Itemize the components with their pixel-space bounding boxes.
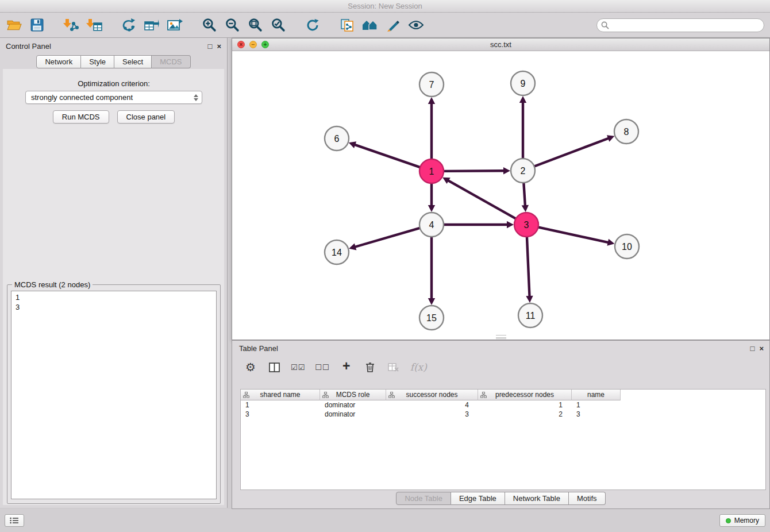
network-canvas[interactable]: 7968124314101511: [232, 51, 769, 340]
tab-network[interactable]: Network: [36, 55, 81, 68]
save-session-icon[interactable]: [26, 15, 47, 36]
close-panel-icon[interactable]: ×: [217, 43, 221, 50]
column-header-successor-nodes[interactable]: successor nodes: [386, 390, 478, 400]
column-header-name[interactable]: name: [572, 390, 621, 400]
float-panel-icon[interactable]: □: [208, 43, 213, 50]
column-header-shared-name[interactable]: shared name: [241, 390, 320, 400]
memory-button[interactable]: Memory: [719, 514, 765, 527]
main-toolbar: [0, 13, 770, 38]
column-type-icon: [322, 392, 329, 398]
table-settings-icon[interactable]: ⚙: [244, 360, 257, 375]
window-zoom-button[interactable]: +: [261, 41, 269, 48]
mcds-result-groupbox: MCDS result (2 nodes) 1 3: [7, 284, 221, 504]
deselect-all-icon[interactable]: ☐☐: [315, 360, 329, 375]
tab-node-table[interactable]: Node Table: [396, 492, 451, 505]
resize-handle[interactable]: [496, 335, 506, 339]
network-graph[interactable]: 7968124314101511: [232, 51, 769, 340]
open-session-icon[interactable]: [3, 15, 24, 36]
graph-edge-2-8[interactable]: [535, 138, 609, 166]
close-panel-button[interactable]: Close panel: [117, 110, 175, 124]
graph-edge-2-3[interactable]: [523, 183, 525, 205]
add-column-icon[interactable]: +: [340, 359, 353, 374]
graph-edge-3-10[interactable]: [538, 228, 607, 242]
column-header-predecessor-nodes[interactable]: predecessor nodes: [478, 390, 572, 400]
tab-mcds[interactable]: MCDS: [152, 55, 190, 68]
table-panel: Table Panel □ × ⚙ ☑☑ ☐☐ +: [232, 340, 770, 509]
tab-edge-table[interactable]: Edge Table: [451, 492, 505, 505]
graph-node-label: 15: [426, 313, 437, 323]
cell-predecessor-nodes[interactable]: 1: [478, 401, 572, 409]
window-minimize-button[interactable]: −: [249, 41, 257, 48]
tab-network-table[interactable]: Network Table: [505, 492, 569, 505]
cell-shared-name[interactable]: 1: [241, 401, 320, 409]
graph-node-label: 11: [526, 311, 536, 321]
control-panel-tabs: Network Style Select MCDS: [0, 55, 227, 68]
criterion-dropdown-value: strongly connected component: [31, 93, 194, 102]
table-row[interactable]: 3 dominator 3 2 3: [241, 410, 765, 419]
mcds-result-item[interactable]: 1: [11, 292, 216, 302]
float-panel-icon[interactable]: □: [750, 345, 755, 352]
search-input[interactable]: [596, 18, 764, 32]
refresh-view-icon[interactable]: [302, 15, 323, 36]
cell-name[interactable]: 1: [572, 401, 621, 409]
control-panel-title: Control Panel: [6, 42, 51, 51]
cell-name[interactable]: 3: [572, 410, 621, 418]
zoom-fit-icon[interactable]: [245, 15, 265, 36]
clone-network-icon[interactable]: [337, 15, 357, 36]
control-panel: Control Panel □ × Network Style Select M…: [0, 38, 228, 508]
show-hide-icon[interactable]: [406, 15, 426, 36]
zoom-out-icon[interactable]: [222, 15, 242, 36]
select-all-icon[interactable]: ☑☑: [291, 360, 305, 375]
zoom-selected-icon[interactable]: [268, 15, 288, 36]
graph-edge-4-14[interactable]: [356, 228, 419, 246]
tab-select[interactable]: Select: [114, 55, 152, 68]
export-table-icon[interactable]: [141, 15, 162, 36]
graph-node-label: 6: [334, 134, 340, 144]
home-layout-icon[interactable]: [360, 15, 380, 36]
column-type-icon: [480, 392, 487, 398]
graph-edge-1-6[interactable]: [355, 145, 419, 167]
tab-style[interactable]: Style: [81, 55, 114, 68]
graph-edge-arrow: [503, 167, 510, 174]
column-header-mcds-role[interactable]: MCDS role: [320, 390, 386, 400]
window-close-button[interactable]: ×: [237, 41, 245, 48]
import-table-icon[interactable]: [84, 15, 105, 36]
run-mcds-button[interactable]: Run MCDS: [53, 110, 109, 124]
cell-successor-nodes[interactable]: 3: [386, 410, 478, 418]
function-builder-icon: f(x): [410, 360, 427, 375]
export-image-icon[interactable]: [164, 15, 185, 36]
graph-edge-3-11[interactable]: [527, 237, 530, 296]
list-icon: [10, 517, 19, 524]
graph-node-label: 7: [429, 80, 434, 90]
import-network-icon[interactable]: [61, 15, 82, 36]
zoom-in-icon[interactable]: [199, 15, 220, 36]
graph-edge-1-2[interactable]: [444, 171, 503, 171]
table-panel-title: Table Panel: [239, 344, 278, 353]
app: { "window": { "title": "Session: New Ses…: [0, 0, 770, 532]
chevron-updown-icon: [194, 94, 198, 101]
table-panel-tabs: Node Table Edge Table Network Table Moti…: [232, 492, 769, 505]
cell-shared-name[interactable]: 3: [241, 410, 320, 418]
tab-motifs[interactable]: Motifs: [569, 492, 606, 505]
table-row[interactable]: 1 dominator 4 1 1: [241, 400, 765, 410]
cell-predecessor-nodes[interactable]: 2: [478, 410, 572, 418]
mcds-result-list[interactable]: 1 3: [11, 291, 217, 499]
cell-mcds-role[interactable]: dominator: [320, 410, 386, 418]
style-brush-icon[interactable]: [383, 15, 403, 36]
graph-node-label: 3: [524, 220, 529, 230]
graph-node-label: 10: [622, 242, 632, 252]
graph-edge-3-1[interactable]: [449, 181, 515, 219]
optimization-criterion-label: Optimization criterion:: [0, 79, 228, 88]
mcds-result-title: MCDS result (2 nodes): [12, 280, 93, 289]
delete-column-icon[interactable]: [363, 360, 377, 375]
cell-mcds-role[interactable]: dominator: [320, 401, 386, 409]
criterion-dropdown[interactable]: strongly connected component: [25, 91, 202, 104]
close-panel-icon[interactable]: ×: [759, 345, 764, 352]
new-network-icon[interactable]: [118, 15, 139, 36]
mcds-result-item[interactable]: 3: [11, 302, 216, 312]
show-column-icon[interactable]: [267, 360, 281, 375]
cell-successor-nodes[interactable]: 4: [386, 401, 478, 409]
graph-node-label: 2: [521, 166, 526, 176]
memory-label: Memory: [734, 516, 759, 525]
task-history-button[interactable]: [5, 514, 24, 527]
